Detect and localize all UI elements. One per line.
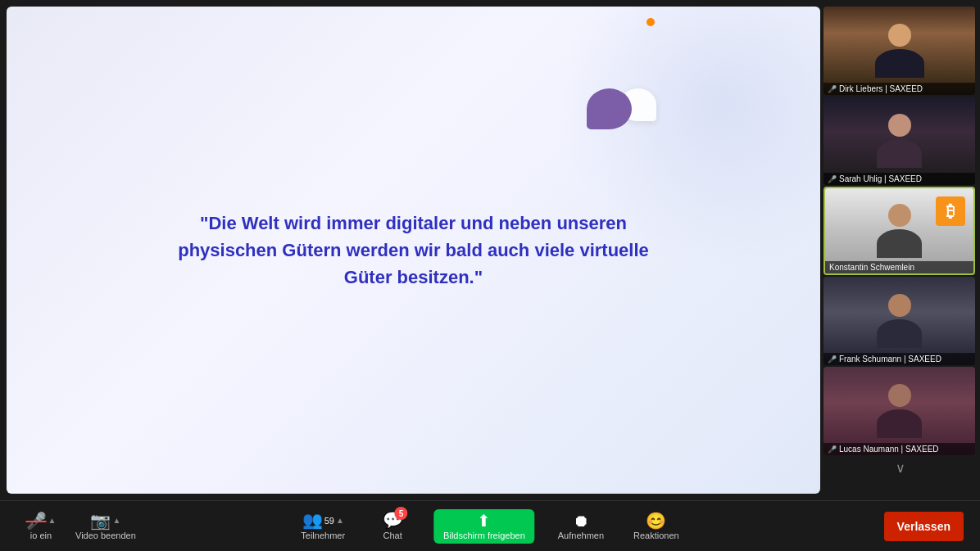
bubble-purple xyxy=(587,88,632,129)
recording-indicator xyxy=(647,18,655,26)
chat-badge-container: 💬 5 xyxy=(383,512,403,529)
participant-label-5: 🎤 Lucas Naumann | SAXEED xyxy=(823,443,975,455)
bitcoin-icon: ₿ xyxy=(936,196,965,226)
participants-count: 59 xyxy=(324,516,334,526)
video-label: Video beenden xyxy=(75,531,136,540)
person-body-5 xyxy=(877,409,922,438)
chat-label: Chat xyxy=(383,531,402,540)
person-head-3 xyxy=(888,204,911,227)
person-silhouette-3 xyxy=(877,204,922,258)
mic-label: io ein xyxy=(30,531,52,540)
person-silhouette-4 xyxy=(877,294,922,348)
video-btn-inner: 📷 ▲ xyxy=(90,513,120,529)
mic-off-icon-1: 🎤 xyxy=(828,85,837,93)
video-bg-4 xyxy=(823,277,975,365)
video-bg-1 xyxy=(823,7,975,95)
video-caret: ▲ xyxy=(112,516,120,525)
participant-tile-2: 🎤 Sarah Uhlig | SAXEED xyxy=(823,97,975,185)
mic-button[interactable]: 🎤 ▲ io ein xyxy=(16,509,66,544)
reactions-label: Reaktionen xyxy=(633,531,679,540)
participants-button[interactable]: 👥 59 ▲ Teilnehmer xyxy=(294,508,352,544)
mic-off-icon-5: 🎤 xyxy=(828,445,837,454)
person-head-4 xyxy=(888,294,911,317)
share-screen-button[interactable]: ⬆ Bildschirm freigeben xyxy=(433,509,535,544)
person-head-5 xyxy=(888,384,911,407)
participants-btn-inner: 👥 59 ▲ xyxy=(302,512,344,529)
main-area: "Die Welt wird immer digitaler und neben… xyxy=(0,0,980,500)
participant-label-3: Konstantin Schwemlein xyxy=(825,261,973,273)
person-body-3 xyxy=(877,229,922,258)
chat-button[interactable]: 💬 5 Chat xyxy=(368,508,417,544)
share-icon: ⬆ xyxy=(477,513,491,529)
person-silhouette-5 xyxy=(877,384,922,438)
share-label: Bildschirm freigeben xyxy=(443,531,525,540)
participants-label: Teilnehmer xyxy=(301,531,345,540)
person-head-2 xyxy=(888,114,911,137)
mic-icon: 🎤 xyxy=(26,513,47,529)
mic-btn-inner: 🎤 ▲ xyxy=(26,513,57,529)
record-button[interactable]: ⏺ Aufnehmen xyxy=(551,509,610,544)
chat-badge: 5 xyxy=(395,507,408,520)
toolbar: 🎤 ▲ io ein 📷 ▲ Video beenden 👥 59 ▲ Teil… xyxy=(0,500,980,551)
person-silhouette-1 xyxy=(875,24,924,78)
toolbar-right: Verlassen xyxy=(884,512,964,541)
record-icon: ⏺ xyxy=(573,513,589,529)
participant-tile-4: 🎤 Frank Schumann | SAXEED xyxy=(823,277,975,365)
person-head-1 xyxy=(888,24,911,47)
scroll-down-button[interactable]: ∨ xyxy=(823,457,977,479)
participants-badge-container: 👥 xyxy=(302,512,323,529)
participant-tile-3: ₿ Konstantin Schwemlein xyxy=(823,187,975,275)
reactions-button[interactable]: 😊 Reaktionen xyxy=(627,509,686,544)
participants-icon: 👥 xyxy=(302,511,323,529)
reactions-icon: 😊 xyxy=(646,513,666,529)
presentation-area: "Die Welt wird immer digitaler und neben… xyxy=(7,7,820,494)
participants-caret: ▲ xyxy=(336,516,344,525)
video-button[interactable]: 📷 ▲ Video beenden xyxy=(69,509,143,544)
participant-label-2: 🎤 Sarah Uhlig | SAXEED xyxy=(823,173,975,185)
person-body-1 xyxy=(875,49,924,78)
quote-text: "Die Welt wird immer digitaler und neben… xyxy=(160,193,668,307)
video-bg-5 xyxy=(823,367,975,455)
participant-label-1: 🎤 Dirk Liebers | SAXEED xyxy=(823,83,975,95)
toolbar-left: 🎤 ▲ io ein 📷 ▲ Video beenden xyxy=(16,509,143,544)
record-label: Aufnehmen xyxy=(558,531,604,540)
camera-icon: 📷 xyxy=(90,513,111,529)
leave-button[interactable]: Verlassen xyxy=(884,512,964,541)
toolbar-center: 👥 59 ▲ Teilnehmer 💬 5 Chat ⬆ Bildschirm … xyxy=(294,508,685,544)
mic-caret: ▲ xyxy=(48,516,57,525)
participant-tile-5: 🎤 Lucas Naumann | SAXEED xyxy=(823,367,975,455)
sidebar-participants: 🎤 Dirk Liebers | SAXEED 🎤 Sarah Uhlig | … xyxy=(820,0,980,500)
mic-off-icon-4: 🎤 xyxy=(828,355,837,364)
person-body-4 xyxy=(877,319,922,348)
person-silhouette-2 xyxy=(877,114,922,168)
person-body-2 xyxy=(877,139,922,168)
participant-tile-1: 🎤 Dirk Liebers | SAXEED xyxy=(823,7,975,95)
participant-label-4: 🎤 Frank Schumann | SAXEED xyxy=(823,353,975,365)
logo-bubbles xyxy=(587,88,656,129)
mic-off-icon-2: 🎤 xyxy=(828,175,837,183)
video-bg-2 xyxy=(823,97,975,185)
